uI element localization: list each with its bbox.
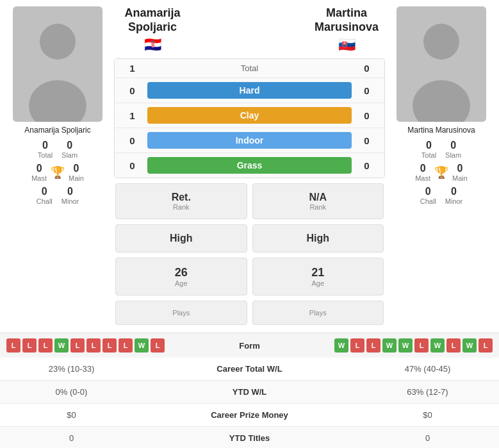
clay-score-left: 1 [121,110,143,121]
clay-row: 1 Clay 0 [115,103,384,128]
stats-label-2: Career Prize Money [143,404,356,427]
player2-main-stat: 0 Main [452,163,468,182]
player2-name: Martina Marusinova [407,126,475,135]
player1-minor-value: 0 [67,186,73,197]
player2-age-label: Age [259,279,377,287]
player1-boxes: Ret. Rank High 26 Age Plays [114,182,249,326]
form-badge-p1: L [86,338,101,353]
player1-name: Anamarija Spoljaric [24,126,90,135]
player2-mast-stat: 0 Mast [415,163,430,182]
player2-main-label: Main [452,174,468,182]
scores-grid: 1 Total 0 0 Hard 0 1 [114,58,385,178]
player2-stats-row2: 0 Mast 🏆 0 Main [415,163,468,182]
total-label: Total [241,63,258,73]
form-badge-p1: L [22,338,37,353]
form-badge-p2: L [479,338,493,353]
stats-row: 0YTD Titles0 [0,427,499,448]
indoor-score-left: 0 [121,135,143,146]
stats-row: 0% (0-0)YTD W/L63% (12-7) [0,381,499,404]
player1-high-box: High [115,224,247,253]
form-badge-p1: L [6,338,20,353]
stats-right-2: $0 [356,404,499,427]
form-badge-p1: W [54,338,69,353]
player2-trophy-icon: 🏆 [434,165,448,179]
player1-flag: 🇭🇷 [114,37,191,53]
form-badge-p2: L [414,338,429,353]
player2-avatar [397,6,486,122]
player1-total-value: 0 [42,140,48,151]
player2-boxes: N/A Rank High 21 Age Plays [251,182,386,326]
stats-label-0: Career Total W/L [143,358,356,381]
player2-plays-label: Plays [259,309,377,317]
form-section: LLLWLLLLWL Form WLLWWLWLWL [0,333,499,358]
player2-high-value: High [259,233,377,244]
center-header-row: Anamarija Spoljaric 🇭🇷 Martina Marusinov… [114,6,385,53]
form-badge-p1: L [151,338,165,353]
indoor-score-right: 0 [356,135,378,146]
total-row: 1 Total 0 [115,59,384,78]
form-badge-p2: L [350,338,364,353]
player2-chall-value: 0 [425,186,431,197]
hard-score-right: 0 [356,85,378,96]
stats-row: $0Career Prize Money$0 [0,404,499,427]
player1-mast-stat: 0 Mast [31,163,47,182]
svg-point-4 [423,24,459,60]
player1-chall-value: 0 [42,186,47,197]
hard-score-left: 0 [121,85,143,96]
center-section: Anamarija Spoljaric 🇭🇷 Martina Marusinov… [114,6,385,326]
player1-rank-box: Ret. Rank [115,183,247,219]
player2-slam-label: Slam [445,151,461,159]
player1-main-value: 0 [73,163,79,174]
form-badge-p2: W [382,338,397,353]
player1-plays-box: Plays [115,301,247,325]
indoor-badge: Indoor [147,132,352,149]
player2-high-box: High [252,224,384,253]
player2-stats-row3: 0 Chall 0 Minor [420,186,463,205]
clay-badge-center: Clay [143,107,356,124]
player2-chall-stat: 0 Chall [420,186,436,205]
stats-left-2: $0 [0,404,143,427]
stats-right-0: 47% (40-45) [356,358,499,381]
indoor-row: 0 Indoor 0 [115,128,384,153]
player1-rank-label: Rank [122,203,240,211]
player1-mast-label: Mast [31,174,47,182]
player2-rank-box: N/A Rank [252,183,384,219]
total-score-right: 0 [356,63,378,74]
form-badge-p2: W [398,338,413,353]
grass-badge-center: Grass [143,157,356,174]
grass-row: 0 Grass 0 [115,153,384,178]
player2-minor-label: Minor [445,197,463,205]
player2-age-value: 21 [259,266,377,279]
player2-minor-stat: 0 Minor [445,186,463,205]
hard-badge: Hard [147,82,352,99]
indoor-badge-center: Indoor [143,132,356,149]
player1-age-box: 26 Age [115,258,247,295]
stats-left-3: 0 [0,427,143,448]
form-badge-p1: L [38,338,53,353]
player1-minor-stat: 0 Minor [61,186,79,205]
player1-chall-label: Chall [37,197,53,205]
player1-stats-row1: 0 Total 0 Slam [38,140,78,159]
player2-main-value: 0 [457,163,462,174]
player2-total-label: Total [421,151,436,159]
hard-badge-center: Hard [143,82,356,99]
player1-main-stat: 0 Main [69,163,84,182]
player1-age-value: 26 [122,266,240,279]
stats-left-0: 23% (10-33) [0,358,143,381]
form-badge-p1: W [135,338,149,353]
stats-left-1: 0% (0-0) [0,381,143,404]
player1-stats-row2: 0 Mast 🏆 0 Main [31,163,84,182]
grass-score-right: 0 [356,160,378,171]
form-badge-p1: L [102,338,117,353]
player2-stats-row1: 0 Total 0 Slam [421,140,461,159]
player2-mast-label: Mast [415,174,430,182]
player1-section: Anamarija Spoljaric 0 Total 0 Slam 0 Mas… [6,6,109,326]
player2-section: Martina Marusinova 0 Total 0 Slam 0 Mast… [390,6,493,326]
player1-title: Anamarija Spoljaric [114,6,191,34]
player1-age-label: Age [122,279,240,287]
player2-flag: 🇸🇰 [308,37,385,53]
form-badge-p2: L [446,338,461,353]
player1-high-value: High [122,233,240,244]
stats-label-3: YTD Titles [143,427,356,448]
form-badges-left: LLLWLLLLWL [6,338,211,353]
